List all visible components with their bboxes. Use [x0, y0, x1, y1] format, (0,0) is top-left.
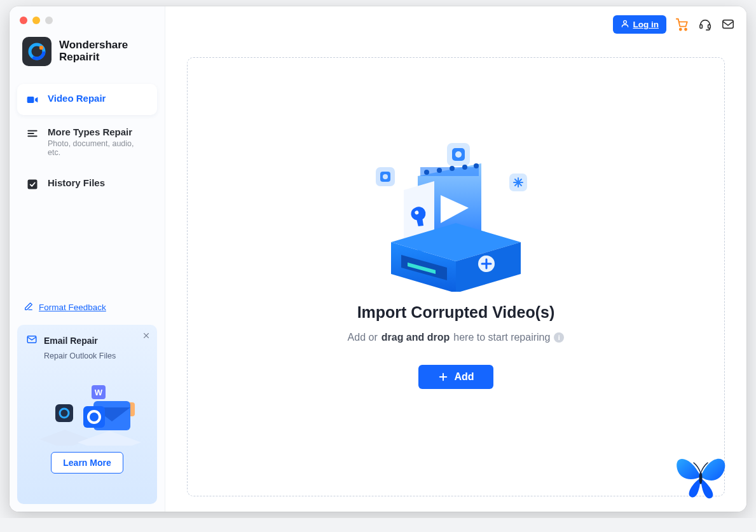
sidebar-item-video-repair[interactable]: Video Repair	[17, 84, 157, 115]
app-window: Wondershare Repairit Video Repair	[10, 6, 746, 512]
promo-illustration: W P	[26, 369, 148, 446]
mail-icon[interactable]	[721, 17, 735, 31]
login-label: Log in	[633, 20, 659, 29]
svg-point-37	[424, 170, 429, 175]
learn-more-button[interactable]: Learn More	[51, 452, 123, 474]
add-label: Add	[454, 371, 474, 383]
sidebar-item-label: History Files	[48, 177, 105, 188]
svg-point-53	[699, 472, 703, 484]
svg-point-38	[437, 168, 442, 173]
svg-rect-7	[28, 180, 38, 189]
cart-icon[interactable]	[675, 17, 689, 31]
format-feedback-link[interactable]: Format Feedback	[17, 297, 157, 322]
butterfly-icon	[672, 450, 729, 501]
sidebar-item-sublabel: Photo, document, audio, etc.	[48, 139, 148, 157]
check-square-icon	[26, 178, 39, 191]
import-sub-prefix: Add or	[348, 332, 378, 343]
svg-point-2	[39, 46, 43, 50]
close-window-icon[interactable]	[20, 17, 27, 24]
svg-point-24	[685, 29, 687, 31]
mail-icon	[26, 334, 38, 348]
svg-rect-13	[55, 404, 73, 422]
plus-icon	[437, 371, 449, 383]
sidebar-nav: Video Repair More Types Repair Photo, do…	[17, 84, 157, 200]
main-panel: Log in	[165, 6, 746, 512]
svg-point-41	[474, 163, 479, 168]
svg-text:W: W	[95, 388, 103, 397]
import-sub-bold: drag and drop	[381, 332, 450, 343]
svg-rect-25	[700, 25, 703, 28]
import-sub-suffix: here to start repairing	[453, 332, 550, 343]
edit-icon	[24, 301, 34, 313]
promo-subtitle: Repair Outlook Files	[44, 351, 148, 360]
import-drop-area[interactable]: Import Corrupted Video(s) Add or drag an…	[187, 57, 725, 496]
close-icon[interactable]	[141, 330, 152, 341]
svg-rect-3	[27, 97, 34, 103]
sidebar-item-history[interactable]: History Files	[17, 168, 157, 200]
window-controls	[20, 17, 53, 24]
user-icon	[621, 19, 629, 30]
headset-icon[interactable]	[698, 17, 712, 31]
list-icon	[26, 127, 39, 140]
svg-rect-27	[723, 20, 734, 29]
brand: Wondershare Repairit	[17, 37, 157, 81]
import-subtitle: Add or drag and drop here to start repai…	[348, 332, 565, 343]
maximize-window-icon[interactable]	[45, 17, 53, 24]
svg-point-22	[623, 20, 626, 24]
svg-point-23	[680, 29, 682, 31]
add-button[interactable]: Add	[418, 365, 493, 389]
video-camera-icon	[26, 93, 39, 106]
brand-line2: Repairit	[59, 51, 128, 64]
app-logo-icon	[22, 37, 52, 66]
sidebar-item-more-types[interactable]: More Types Repair Photo, document, audio…	[17, 118, 157, 166]
feedback-label: Format Feedback	[39, 303, 106, 312]
import-illustration	[373, 139, 539, 292]
sidebar: Wondershare Repairit Video Repair	[10, 6, 165, 512]
brand-line1: Wondershare	[59, 39, 128, 51]
svg-point-40	[462, 165, 467, 170]
promo-card: Email Repair Repair Outlook Files W	[17, 325, 157, 504]
login-button[interactable]: Log in	[613, 15, 667, 34]
minimize-window-icon[interactable]	[32, 17, 40, 24]
sidebar-item-label: Video Repair	[48, 93, 106, 104]
promo-title: Email Repair	[44, 336, 98, 346]
svg-point-39	[450, 166, 455, 171]
svg-point-30	[455, 151, 462, 158]
svg-point-33	[383, 174, 388, 179]
svg-rect-20	[83, 406, 105, 428]
import-title: Import Corrupted Video(s)	[357, 303, 555, 322]
sidebar-item-label: More Types Repair	[48, 126, 148, 137]
topbar: Log in	[165, 6, 746, 42]
brand-text: Wondershare Repairit	[59, 39, 128, 63]
info-icon[interactable]: i	[554, 332, 564, 343]
svg-rect-26	[708, 25, 711, 28]
